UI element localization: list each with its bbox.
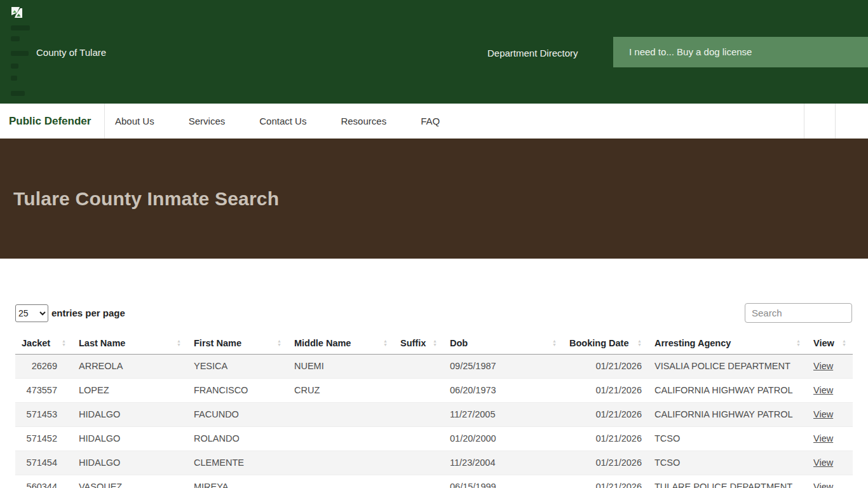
cell-jacket: 26269 bbox=[15, 355, 72, 379]
column-header-dob[interactable]: Dob▲▼ bbox=[444, 332, 563, 355]
nav-bar: Public Defender About Us Services Contac… bbox=[0, 104, 868, 139]
site-name: County of Tulare bbox=[36, 47, 106, 58]
cell-suffix bbox=[394, 451, 444, 475]
column-header-view[interactable]: View▲▼ bbox=[807, 332, 853, 355]
cell-suffix bbox=[394, 355, 444, 379]
cell-first: FACUNDO bbox=[187, 403, 288, 427]
view-link[interactable]: View bbox=[813, 458, 833, 468]
cell-suffix bbox=[394, 403, 444, 427]
column-header-label: Dob bbox=[450, 338, 468, 348]
nav-item-contact-us[interactable]: Contact Us bbox=[259, 116, 306, 126]
view-link[interactable]: View bbox=[813, 361, 833, 371]
faint-header-link bbox=[11, 76, 17, 81]
cell-agency: CALIFORNIA HIGHWAY PATROL bbox=[648, 379, 807, 403]
cell-first: FRANCISCO bbox=[187, 379, 288, 403]
cell-dob: 06/15/1999 bbox=[444, 475, 563, 488]
column-header-agency[interactable]: Arresting Agency▲▼ bbox=[648, 332, 807, 355]
nav-item-faq[interactable]: FAQ bbox=[421, 116, 440, 126]
sort-arrows-icon: ▲▼ bbox=[177, 339, 181, 347]
cell-first: YESICA bbox=[187, 355, 288, 379]
cell-dob: 06/20/1973 bbox=[444, 379, 563, 403]
sort-arrows-icon: ▲▼ bbox=[842, 339, 846, 347]
inmate-table-header: Jacket▲▼Last Name▲▼First Name▲▼Middle Na… bbox=[15, 332, 853, 355]
cell-view: View bbox=[807, 475, 853, 488]
cell-middle: NUEMI bbox=[288, 355, 394, 379]
sort-arrows-icon: ▲▼ bbox=[552, 339, 557, 347]
i-need-to-dropdown[interactable]: I need to... Buy a dog license bbox=[613, 37, 868, 67]
cell-middle bbox=[288, 403, 394, 427]
table-controls: 25 entries per page bbox=[15, 303, 852, 323]
broken-image-icon bbox=[10, 6, 24, 22]
sort-arrows-icon: ▲▼ bbox=[62, 339, 66, 347]
cell-agency: TCSO bbox=[648, 451, 807, 475]
cell-dob: 01/20/2000 bbox=[444, 427, 563, 451]
search-input[interactable] bbox=[745, 303, 852, 323]
cell-booking: 01/21/2026 bbox=[563, 451, 648, 475]
entries-per-page-select[interactable]: 25 bbox=[15, 304, 48, 322]
cell-last: HIDALGO bbox=[72, 427, 187, 451]
faint-header-link bbox=[11, 51, 29, 56]
column-header-first[interactable]: First Name▲▼ bbox=[187, 332, 288, 355]
cell-last: VASQUEZ bbox=[72, 475, 187, 488]
column-header-label: Suffix bbox=[400, 338, 426, 348]
nav-item-about-us[interactable]: About Us bbox=[115, 116, 154, 126]
cell-last: ARREOLA bbox=[72, 355, 187, 379]
department-directory-link[interactable]: Department Directory bbox=[487, 48, 578, 58]
view-link[interactable]: View bbox=[813, 409, 833, 419]
cell-first: MIREYA bbox=[187, 475, 288, 488]
cell-view: View bbox=[807, 379, 853, 403]
column-header-jacket[interactable]: Jacket▲▼ bbox=[15, 332, 72, 355]
view-link[interactable]: View bbox=[813, 482, 833, 488]
nav-divider bbox=[804, 104, 804, 139]
cell-dob: 09/25/1987 bbox=[444, 355, 563, 379]
cell-jacket: 473557 bbox=[15, 379, 72, 403]
cell-last: LOPEZ bbox=[72, 379, 187, 403]
column-header-booking[interactable]: Booking Date▲▼ bbox=[563, 332, 648, 355]
cell-agency: TULARE POLICE DEPARTMENT bbox=[648, 475, 807, 488]
cell-suffix bbox=[394, 379, 444, 403]
column-header-label: Booking Date bbox=[569, 338, 628, 348]
column-header-middle[interactable]: Middle Name▲▼ bbox=[288, 332, 394, 355]
sort-arrows-icon: ▲▼ bbox=[277, 339, 281, 347]
cell-view: View bbox=[807, 355, 853, 379]
cell-agency: TCSO bbox=[648, 427, 807, 451]
cell-last: HIDALGO bbox=[72, 451, 187, 475]
hero-banner: Tulare County Inmate Search bbox=[0, 139, 868, 259]
column-header-label: Arresting Agency bbox=[654, 338, 731, 348]
view-link[interactable]: View bbox=[813, 433, 833, 444]
column-header-label: Jacket bbox=[22, 338, 50, 348]
cell-jacket: 560344 bbox=[15, 475, 72, 488]
column-header-last[interactable]: Last Name▲▼ bbox=[72, 332, 187, 355]
cell-booking: 01/21/2026 bbox=[563, 355, 648, 379]
cell-agency: VISALIA POLICE DEPARTMENT bbox=[648, 355, 807, 379]
cell-last: HIDALGO bbox=[72, 403, 187, 427]
faint-header-link bbox=[11, 91, 25, 96]
cell-view: View bbox=[807, 403, 853, 427]
cell-suffix bbox=[394, 475, 444, 488]
nav-brand-public-defender[interactable]: Public Defender bbox=[0, 104, 105, 139]
cell-jacket: 571453 bbox=[15, 403, 72, 427]
nav-item-services[interactable]: Services bbox=[189, 116, 226, 126]
entries-per-page-label: entries per page bbox=[51, 308, 125, 318]
cell-middle bbox=[288, 475, 394, 488]
column-header-label: First Name bbox=[194, 338, 241, 348]
table-row: 560344VASQUEZMIREYA06/15/199901/21/2026T… bbox=[15, 475, 853, 488]
nav-item-resources[interactable]: Resources bbox=[341, 116, 386, 126]
cell-dob: 11/23/2004 bbox=[444, 451, 563, 475]
column-header-label: Last Name bbox=[79, 338, 125, 348]
cell-middle bbox=[288, 451, 394, 475]
cell-view: View bbox=[807, 451, 853, 475]
cell-booking: 01/21/2026 bbox=[563, 475, 648, 488]
faint-header-link bbox=[11, 64, 18, 69]
column-header-suffix[interactable]: Suffix▲▼ bbox=[394, 332, 444, 355]
inmate-table: Jacket▲▼Last Name▲▼First Name▲▼Middle Na… bbox=[15, 332, 853, 488]
table-row: 473557LOPEZFRANCISCOCRUZ06/20/197301/21/… bbox=[15, 379, 853, 403]
table-row: 26269ARREOLAYESICANUEMI09/25/198701/21/2… bbox=[15, 355, 853, 379]
table-row: 571454HIDALGOCLEMENTE11/23/200401/21/202… bbox=[15, 451, 853, 475]
cell-booking: 01/21/2026 bbox=[563, 403, 648, 427]
sort-arrows-icon: ▲▼ bbox=[796, 339, 801, 347]
sort-arrows-icon: ▲▼ bbox=[637, 339, 642, 347]
view-link[interactable]: View bbox=[813, 385, 833, 395]
entries-per-page: 25 entries per page bbox=[15, 304, 125, 322]
nav-divider bbox=[835, 104, 836, 139]
